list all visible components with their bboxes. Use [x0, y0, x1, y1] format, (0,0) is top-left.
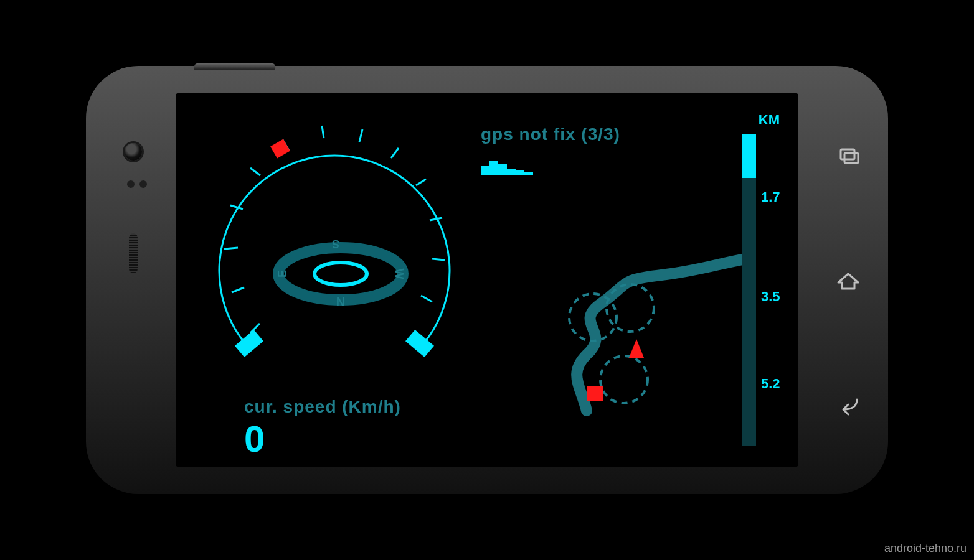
svg-line-11: [432, 259, 445, 260]
svg-rect-15: [270, 139, 290, 158]
svg-rect-24: [841, 149, 854, 159]
back-button[interactable]: [835, 391, 862, 418]
watermark-text: android-tehno.ru: [884, 542, 967, 555]
svg-rect-23: [524, 172, 533, 175]
svg-rect-20: [498, 164, 507, 175]
compass-s: S: [332, 238, 339, 250]
svg-line-10: [430, 218, 442, 220]
distance-tick: 1.7: [761, 189, 780, 205]
route-minimap[interactable]: [506, 199, 742, 423]
player-arrow-icon: [629, 339, 644, 358]
proximity-sensor: [127, 180, 135, 188]
distance-tick: 3.5: [761, 289, 780, 305]
svg-line-1: [232, 287, 244, 292]
svg-line-6: [322, 126, 324, 138]
compass-n: N: [336, 295, 345, 309]
distance-fill: [742, 134, 756, 178]
distance-bar: KM 1.73.55.2: [742, 112, 780, 448]
compass: N S E W: [272, 236, 409, 311]
poi-circle: [600, 356, 648, 403]
svg-line-7: [359, 129, 362, 142]
destination-marker-icon: [587, 386, 603, 401]
phone-frame: N S E W cur. speed (Km/h) 0 gps not fix …: [88, 68, 886, 492]
light-sensor: [139, 180, 147, 188]
compass-w: W: [393, 269, 405, 279]
svg-rect-22: [516, 170, 524, 175]
svg-line-9: [416, 179, 426, 185]
svg-rect-18: [481, 166, 489, 175]
distance-tick: 5.2: [761, 376, 780, 392]
svg-line-12: [421, 296, 432, 302]
speed-value: 0: [244, 418, 265, 460]
distance-unit: KM: [759, 112, 780, 128]
front-camera: [125, 143, 142, 161]
svg-line-2: [224, 248, 238, 249]
gps-signal-bars: [481, 151, 556, 175]
compass-e: E: [276, 270, 288, 278]
screen: N S E W cur. speed (Km/h) 0 gps not fix …: [176, 93, 798, 467]
android-navbar: [823, 93, 873, 467]
svg-rect-25: [844, 153, 858, 163]
svg-line-8: [391, 148, 399, 158]
svg-line-4: [250, 168, 260, 175]
distance-track: [742, 134, 756, 446]
speed-label: cur. speed (Km/h): [244, 397, 401, 417]
power-button[interactable]: [194, 63, 275, 70]
svg-rect-21: [507, 169, 516, 175]
svg-point-16: [278, 248, 403, 300]
gps-status-label: gps not fix (3/3): [481, 124, 620, 144]
home-button[interactable]: [835, 266, 862, 294]
svg-point-17: [314, 263, 367, 285]
svg-rect-19: [489, 161, 498, 175]
earpiece: [129, 233, 138, 273]
recent-apps-button[interactable]: [835, 142, 862, 169]
